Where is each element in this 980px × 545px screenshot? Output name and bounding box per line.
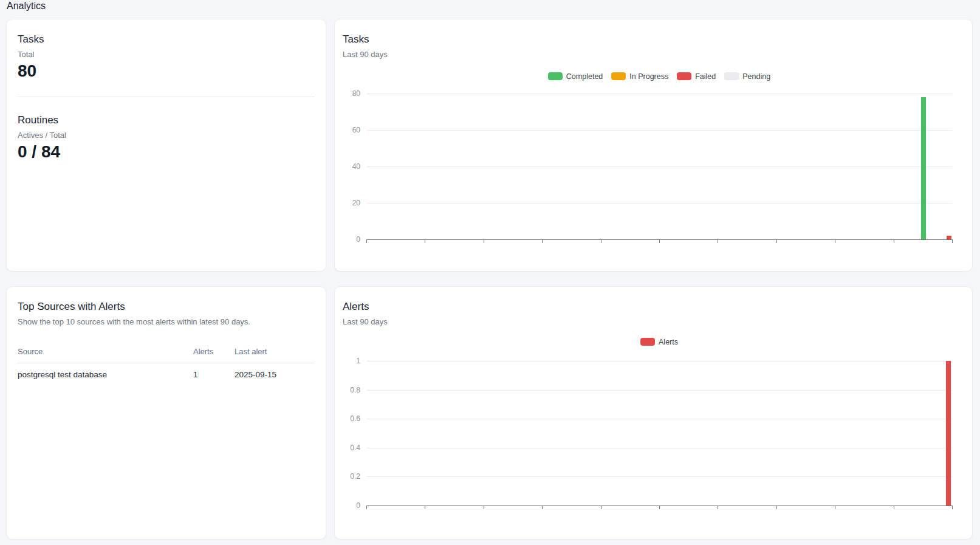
x-axis-tick — [894, 240, 894, 243]
y-axis-label: 0.2 — [340, 472, 360, 481]
table-row: postgresql test database 1 2025-09-15 — [18, 363, 315, 379]
legend-item-completed[interactable]: Completed — [548, 72, 603, 81]
top-sources-title: Top Sources with Alerts — [18, 300, 315, 313]
y-axis-label: 80 — [340, 89, 360, 98]
pending-legend-swatch-icon — [724, 72, 739, 80]
x-axis-tick — [835, 240, 835, 243]
x-axis-tick — [484, 240, 484, 243]
x-axis-tick — [542, 240, 543, 243]
alerts-chart: Alerts00.20.40.60.81 — [335, 287, 972, 539]
tasks-routines-card: Tasks Total 80 Routines Actives / Total … — [6, 19, 326, 272]
gridline — [366, 166, 952, 167]
page-title: Analytics — [7, 1, 46, 12]
y-axis-label: 20 — [340, 199, 360, 207]
gridline — [366, 203, 952, 204]
x-axis-tick — [366, 506, 367, 509]
y-axis-label: 0.4 — [340, 444, 360, 452]
legend-label-alerts: Alerts — [659, 338, 678, 346]
routines-stat-title: Routines — [18, 114, 315, 126]
x-axis-tick — [601, 240, 601, 243]
y-axis-label: 0.8 — [340, 386, 360, 394]
top-sources-subtitle: Show the top 10 sources with the most al… — [18, 317, 315, 326]
bar-completed[interactable] — [921, 97, 926, 239]
legend-item-alerts[interactable]: Alerts — [640, 338, 678, 346]
x-axis-tick — [659, 506, 660, 509]
completed-legend-swatch-icon — [548, 72, 563, 80]
x-axis-tick — [659, 240, 660, 243]
legend-item-pending[interactable]: Pending — [724, 72, 770, 81]
alerts-chart-card: Alerts Last 90 days Alerts00.20.40.60.81 — [334, 286, 973, 540]
x-axis-tick — [718, 506, 718, 509]
tasks-chart-legend: CompletedIn ProgressFailedPending — [366, 72, 952, 81]
legend-label-in-progress: In Progress — [629, 72, 668, 81]
routines-stat-value: 0 / 84 — [18, 142, 315, 162]
legend-label-completed: Completed — [566, 72, 603, 81]
legend-label-failed: Failed — [695, 72, 716, 81]
gridline — [366, 390, 952, 391]
tasks-stat-label: Total — [18, 50, 315, 59]
bar-failed[interactable] — [947, 236, 951, 239]
cell-last-alert: 2025-09-15 — [235, 370, 315, 379]
bar-alerts[interactable] — [946, 361, 951, 506]
table-header-row: Source Alerts Last alert — [18, 347, 315, 363]
legend-item-failed[interactable]: Failed — [677, 72, 716, 81]
failed-legend-swatch-icon — [677, 72, 691, 80]
x-axis-tick — [425, 506, 425, 509]
tasks-chart-card: Tasks Last 90 days CompletedIn ProgressF… — [334, 19, 973, 272]
top-sources-table: Source Alerts Last alert postgresql test… — [18, 347, 315, 379]
column-header-last-alert: Last alert — [235, 347, 315, 356]
gridline — [366, 130, 952, 131]
y-axis-label: 0.6 — [340, 414, 360, 423]
y-axis-label: 40 — [340, 162, 360, 171]
tasks-stat-value: 80 — [18, 61, 315, 81]
cell-source: postgresql test database — [18, 370, 193, 379]
gridline — [366, 448, 952, 448]
tasks-chart: CompletedIn ProgressFailedPending0204060… — [335, 19, 972, 271]
alerts-legend-swatch-icon — [640, 338, 655, 346]
x-axis-tick — [425, 240, 425, 243]
in-progress-legend-swatch-icon — [611, 72, 626, 80]
x-axis-tick — [952, 506, 953, 509]
legend-label-pending: Pending — [742, 72, 770, 81]
y-axis-label: 0 — [340, 235, 360, 244]
y-axis-label: 1 — [340, 357, 360, 365]
x-axis-tick — [835, 506, 835, 509]
tasks-stat-title: Tasks — [18, 33, 315, 46]
y-axis-label: 60 — [340, 126, 360, 134]
x-axis-tick — [718, 240, 718, 243]
alerts-chart-legend: Alerts — [366, 337, 952, 346]
column-header-alerts: Alerts — [193, 347, 235, 356]
gridline — [366, 94, 952, 94]
x-axis-tick — [601, 506, 601, 509]
x-axis-tick — [952, 240, 953, 243]
gridline — [366, 419, 952, 419]
x-axis-tick — [776, 240, 777, 243]
column-header-source: Source — [18, 347, 193, 356]
x-axis-tick — [776, 506, 777, 509]
x-axis-tick — [894, 506, 894, 509]
x-axis-tick — [484, 506, 484, 509]
legend-item-in-progress[interactable]: In Progress — [611, 72, 668, 81]
cell-alerts: 1 — [193, 370, 235, 379]
y-axis-label: 0 — [340, 501, 360, 510]
gridline — [366, 361, 952, 362]
x-axis-tick — [542, 506, 543, 509]
stat-divider — [18, 97, 315, 97]
gridline — [366, 476, 952, 477]
routines-stat-label: Actives / Total — [18, 131, 315, 140]
x-axis-tick — [366, 240, 367, 243]
top-sources-card: Top Sources with Alerts Show the top 10 … — [6, 286, 326, 540]
